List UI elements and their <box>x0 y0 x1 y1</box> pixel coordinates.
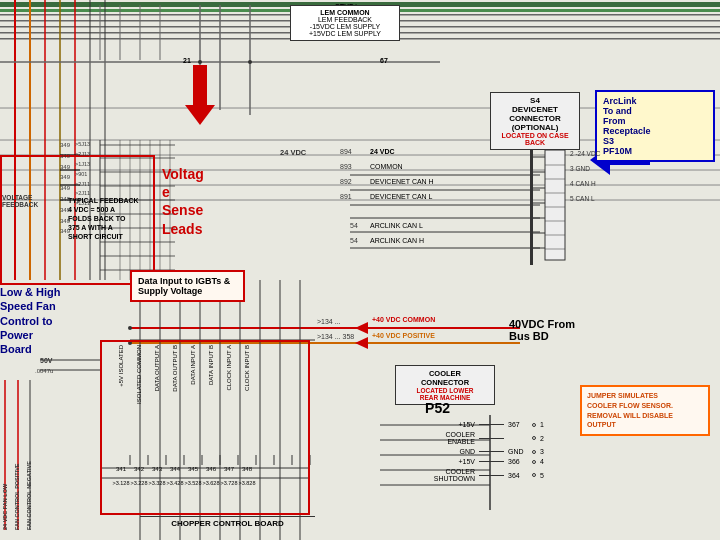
col-clock-in-a: CLOCK INPUT A <box>226 345 232 391</box>
pin-num-1: 1 <box>540 421 550 428</box>
pin-circle-1 <box>532 423 536 427</box>
devicenet-located: LOCATED ON CASE BACK <box>496 132 574 146</box>
data-input-text: Data Input to IGBTs & Supply Voltage <box>138 276 237 296</box>
col-data-in-a: DATA INPUT A <box>190 345 196 385</box>
wn-3428: >3.428 <box>166 480 184 486</box>
signal-24vdc: 24 VDC <box>370 148 395 155</box>
pin-num-4: 4 <box>540 458 550 465</box>
p52-label: P52 <box>425 400 450 416</box>
chopper-board-label: CHOPPER CONTROL BOARD <box>140 516 315 528</box>
pin-wire-gnd: GND <box>508 448 528 455</box>
svg-marker-53 <box>355 322 368 334</box>
fan-neg-label: FAN CONTROL NEGATIVE <box>26 400 32 530</box>
wn-341: 341 <box>112 466 130 472</box>
signal-can-l: DEVICENET CAN L <box>370 193 433 200</box>
wire-num-67: 67 <box>380 57 388 64</box>
wire-54b: 54 <box>350 237 358 244</box>
svg-rect-79 <box>530 150 533 265</box>
chopper-columns: +5V ISOLATED ISOLATED COMMON DATA OUTPUT… <box>112 345 256 460</box>
col-isolated-common: ISOLATED COMMON <box>136 345 142 404</box>
chopper-wire-nums: 341 342 343 344 345 346 347 348 <box>112 466 256 472</box>
wt-349d: 349 <box>60 172 70 183</box>
wn-3728: >3.728 <box>220 480 238 486</box>
fan-pos-label: FAN CONTROL POSITIVE <box>14 400 20 530</box>
lem-line4: +15VDC LEM SUPPLY <box>296 30 394 37</box>
wn-3128: >3.128 <box>112 480 130 486</box>
wa-901: >901 <box>75 170 90 180</box>
wt-349b: 349 <box>60 151 70 162</box>
wire-54a: 54 <box>350 222 358 229</box>
pin-wire-364: 364 <box>508 472 528 479</box>
pin-num-3: 3 <box>540 448 550 455</box>
pin-circle-4 <box>532 460 536 464</box>
wn-3628: >3.628 <box>202 480 220 486</box>
left-wire-table: 349 349 349 349 349 349 349 349 349 <box>60 140 70 237</box>
cooler-subtitle: CONNECTOR <box>401 378 489 387</box>
pin-label-cooler-enable: COOLER ENABLE <box>420 431 475 445</box>
fan-low-label: 24 VDC FAN LOW <box>2 400 8 530</box>
wn-3328: >3.328 <box>148 480 166 486</box>
wa-2j11: >2J11 <box>75 180 90 190</box>
pin-label-shutdown: COOLER SHUTDOWN <box>420 468 475 482</box>
wn-344: 344 <box>166 466 184 472</box>
voltage-feedback-title: VOLTAGEFEEDBACK <box>2 194 38 208</box>
devicenet-optional: (OPTIONAL) <box>496 123 574 132</box>
wire-891: 891 <box>340 193 352 200</box>
wt-349c: 349 <box>60 162 70 173</box>
vdc-text: 40VDC FromBus BD <box>509 318 575 342</box>
wire-892: 892 <box>340 178 352 185</box>
svg-point-111 <box>198 60 202 64</box>
wn-347: 347 <box>220 466 238 472</box>
pin-3-gnd: 3 GND <box>570 165 590 172</box>
col-5v-isolated: +5V ISOLATED <box>118 345 124 387</box>
signal-arclink-h: ARCLINK CAN H <box>370 237 424 244</box>
v50-label: 50V <box>40 357 52 364</box>
arclink-text: ArcLinkTo andFromReceptacleS3PF10M <box>603 96 707 156</box>
wire-358b: >134 ... 358 <box>317 333 354 340</box>
pin-4-canh: 4 CAN H <box>570 180 596 187</box>
svg-rect-87 <box>545 150 565 260</box>
arclink-box: ArcLinkTo andFromReceptacleS3PF10M <box>595 90 715 162</box>
pin-label-gnd: GND <box>420 448 475 455</box>
fan-control-label: Low & HighSpeed FanControl toPowerBoard <box>0 285 90 356</box>
pin-5-canl: 5 CAN L <box>570 195 595 202</box>
wn-3828: >3.828 <box>238 480 256 486</box>
data-input-box: Data Input to IGBTs & Supply Voltage <box>130 270 245 302</box>
voltage-sense-label: VoltageSenseLeads <box>162 165 204 238</box>
devicenet-connector: CONNECTOR <box>496 114 574 123</box>
pin-num-2: 2 <box>540 435 550 442</box>
cooler-connector-box: COOLER CONNECTOR LOCATED LOWER REAR MACH… <box>395 365 495 405</box>
pin-label-15v-1: +15V <box>420 421 475 428</box>
svg-point-113 <box>128 326 132 330</box>
wt-349h: 349 <box>60 216 70 227</box>
fan-control-text: Low & HighSpeed FanControl toPowerBoard <box>0 285 90 356</box>
cooler-located: LOCATED LOWER <box>401 387 489 394</box>
lem-box: LEM COMMON LEM FEEDBACK -15VDC LEM SUPPL… <box>290 5 400 41</box>
devicenet-connector-box: S4 DEVICENET CONNECTOR (OPTIONAL) LOCATE… <box>490 92 580 150</box>
svg-marker-52 <box>185 65 215 125</box>
vdc-label: 40VDC FromBus BD <box>509 318 575 342</box>
pin-label-15v-2: +15V <box>420 458 475 465</box>
v0047-label: .0047u <box>35 368 53 374</box>
pin-wire-366: 366 <box>508 458 528 465</box>
wa-1j13b: >1J13 <box>75 160 90 170</box>
pin-circle-3 <box>532 450 536 454</box>
lem-line3: -15VDC LEM SUPPLY <box>296 23 394 30</box>
pin-2-24vdc: 2 -24 VDC <box>570 150 600 157</box>
devicenet-title: DEVICENET <box>496 105 574 114</box>
devicenet-s4: S4 <box>496 96 574 105</box>
chopper-wire-nums2: >3.128 >3.228 >3.328 >3.428 >3.528 >3.62… <box>112 480 256 486</box>
wn-346: 346 <box>202 466 220 472</box>
wa-1j13: >5J13 <box>75 140 90 150</box>
pin-num-5: 5 <box>540 472 550 479</box>
svg-point-112 <box>248 60 252 64</box>
wa-2j13: >2J13 <box>75 150 90 160</box>
signal-arclink-l: ARCLINK CAN L <box>370 222 423 229</box>
col-clock-in-b: CLOCK INPUT B <box>244 345 250 391</box>
col-data-in-b: DATA INPUT B <box>208 345 214 385</box>
pin-circle-2 <box>532 436 536 440</box>
wt-349i: 349 <box>60 226 70 237</box>
wn-3228: >3.228 <box>130 480 148 486</box>
wire-893: 893 <box>340 163 352 170</box>
schematic-diagram: STUD+ STUD LEM COMMON LEM FEEDBACK -15VD… <box>0 0 720 540</box>
